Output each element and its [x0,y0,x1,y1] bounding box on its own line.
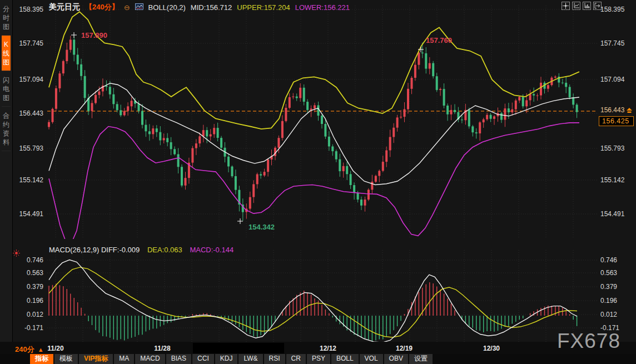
current-price-box: 156.425 [599,116,634,126]
macd-axis-right-3: 0.196 [600,297,617,305]
tab-模板[interactable]: 模板 [54,354,78,364]
dropdown-arrow-icon: ▲ [38,346,44,353]
price-axis-right-5: 155.142 [600,176,624,184]
tab-指标[interactable]: 指标 [30,354,53,364]
xaxis-strip [0,342,636,354]
tab-RSI[interactable]: RSI [264,354,285,364]
macd-axis-left-1: 0.563 [17,269,43,277]
annotation-high-1: 157.890 [71,31,107,39]
svg-text:154.342: 154.342 [249,223,275,231]
macd-axis-right-0: 0.746 [600,256,617,264]
price-axis-right-6: 154.491 [600,210,624,218]
tab-KDJ[interactable]: KDJ [215,354,238,364]
macd-title-diff: MACD(26,12,9) DIFF:-0.009 [49,246,140,254]
price-axis-left-5: 155.142 [17,176,43,184]
macd-axis-left-3: 0.196 [17,297,43,305]
chart-type-sidebar: 分时图K线图闪电图合约资料 [0,0,13,354]
price-axis-left-4: 155.793 [17,144,43,152]
period-selector[interactable]: 240分▲ [15,345,44,355]
period-selector-label: 240分 [15,345,34,353]
tab-设置[interactable]: 设置 [409,354,433,364]
sidebar-item-2[interactable]: 闪电图 [2,71,11,107]
macd-axis-right-2: 0.379 [600,283,617,291]
tab-BIAS[interactable]: BIAS [166,354,191,364]
tab-MACD[interactable]: MACD [135,354,165,364]
sidebar-item-0[interactable]: 分时图 [2,0,11,36]
redacted-label [193,343,284,353]
reference-price-label: 156.443 [600,106,624,114]
tabbar-spacer [0,354,30,364]
macd-axis-right-4: 0.012 [600,311,617,318]
price-axis-left-6: 154.491 [17,210,43,218]
annotation-high-2: 157.760 [418,36,452,52]
date-label-3: 12/19 [396,345,413,352]
macd-dea-value: DEA:0.063 [147,246,182,254]
macd-axis-right-5: -0.171 [600,324,619,332]
tab-VIP指标[interactable]: VIP指标 [79,354,113,364]
price-axis-right-0: 158.395 [600,6,624,13]
sidebar-item-1[interactable]: K线图 [2,36,11,71]
tab-MA[interactable]: MA [114,354,134,364]
price-axis-left-1: 157.745 [17,39,43,47]
price-axis-right-2: 157.094 [600,76,624,83]
price-axis-left-0: 158.395 [17,6,43,13]
tab-CR[interactable]: CR [286,354,306,364]
svg-text:157.890: 157.890 [81,31,107,39]
date-label-1: 11/28 [154,345,170,352]
tab-LW&[interactable]: LW& [238,354,262,364]
candlestick-chart[interactable]: 157.890157.760154.342 [47,6,598,239]
tab-OBV[interactable]: OBV [384,354,408,364]
macd-chart[interactable] [47,250,598,343]
date-label-0: 11/20 [47,345,63,352]
price-axis-left-2: 157.094 [17,76,43,83]
price-marker-icon [626,106,633,116]
sidebar-item-3[interactable]: 合约资料 [2,107,11,151]
tab-PSY[interactable]: PSY [307,354,330,364]
tab-BOLL[interactable]: BOLL [331,354,359,364]
macd-axis-left-5: -0.171 [17,324,43,332]
price-axis-left-3: 156.443 [17,109,43,117]
macd-axis-left-0: 0.746 [17,256,43,264]
price-axis-right-1: 157.745 [600,39,624,47]
indicator-tabbar: 指标模板VIP指标MAMACDBIASCCIKDJLW&RSICRPSYBOLL… [0,354,636,364]
macd-header: MACD(26,12,9) DIFF:-0.009 DEA:0.063 MACD… [49,246,233,254]
tab-CCI[interactable]: CCI [192,354,214,364]
macd-macd-value: MACD:-0.144 [190,246,233,254]
price-axis-right-4: 155.793 [600,144,624,152]
macd-axis-left-4: 0.012 [17,311,43,318]
date-label-2: 12/12 [320,345,336,352]
trading-app-window: 分时图K线图闪电图合约资料 美元日元 【240分】 ⊖ BOLL(20,2) M… [0,0,636,364]
macd-axis-left-2: 0.379 [17,283,43,291]
macd-axis-right-1: 0.563 [600,269,617,277]
date-label-4: 12/30 [483,345,500,352]
watermark: FX678 [557,330,620,353]
tab-VOL[interactable]: VOL [360,354,383,364]
svg-text:157.760: 157.760 [426,36,452,44]
